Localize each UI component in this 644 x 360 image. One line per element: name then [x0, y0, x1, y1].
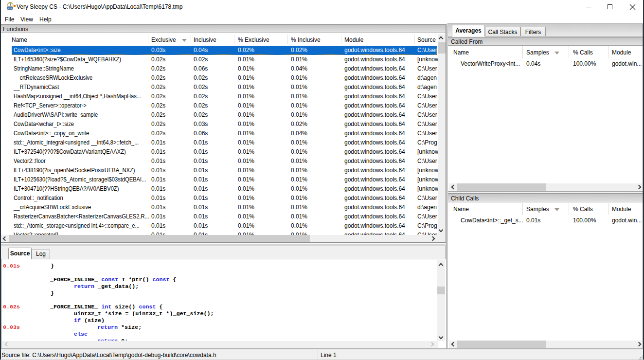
- svg-text:zzz: zzz: [8, 7, 12, 10]
